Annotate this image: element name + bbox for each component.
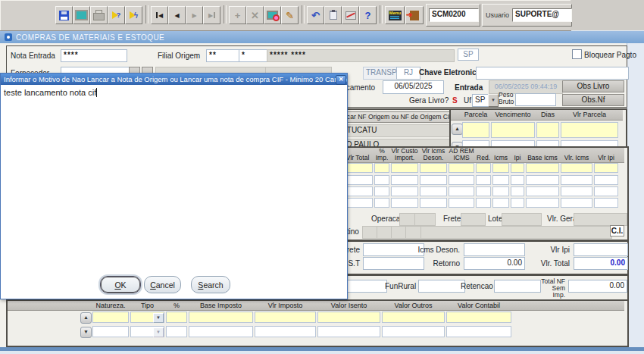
natureza-cell[interactable] bbox=[382, 326, 445, 337]
item-cell[interactable] bbox=[476, 175, 491, 185]
item-cell[interactable] bbox=[594, 198, 618, 208]
lancamento-field[interactable]: 06/05/2025 bbox=[383, 80, 444, 94]
item-cell[interactable] bbox=[511, 186, 524, 196]
uf-dropdown-arrow[interactable]: ▼ bbox=[488, 94, 499, 107]
nf-origem-button[interactable]: ancar NF Origem ou NF de Origem CIF bbox=[338, 111, 455, 123]
parcela-cell[interactable] bbox=[462, 122, 489, 138]
item-cell[interactable] bbox=[526, 186, 559, 196]
item-cell[interactable] bbox=[374, 175, 389, 185]
item-cell[interactable] bbox=[476, 186, 491, 196]
bloquear-pagto-label: Bloquear Pagto bbox=[584, 51, 636, 59]
item-cell[interactable] bbox=[374, 186, 389, 196]
natureza-cell[interactable] bbox=[446, 326, 511, 337]
execute-button[interactable]: ϟ bbox=[125, 6, 142, 24]
parcelas-header: Parcela bbox=[462, 111, 489, 118]
item-cell[interactable] bbox=[492, 186, 509, 196]
item-cell[interactable] bbox=[476, 198, 491, 208]
item-cell[interactable] bbox=[561, 175, 592, 185]
retencao-field[interactable] bbox=[494, 280, 541, 293]
items-header: % Imp. bbox=[374, 148, 389, 161]
item-cell[interactable] bbox=[492, 163, 509, 173]
item-cell[interactable] bbox=[526, 198, 559, 208]
natureza-cell[interactable] bbox=[382, 312, 445, 323]
ok-button[interactable]: OK bbox=[100, 276, 141, 293]
item-cell[interactable] bbox=[449, 198, 474, 208]
edit-button[interactable]: ✎ bbox=[281, 6, 299, 24]
items-header: Ipi bbox=[511, 155, 524, 161]
nota-entrada-field[interactable]: **** bbox=[61, 49, 127, 62]
natureza-cell[interactable] bbox=[446, 312, 511, 323]
item-cell[interactable] bbox=[449, 175, 474, 185]
search-button[interactable]: Search bbox=[191, 276, 230, 293]
gera-livro-label: Gera Livro? bbox=[409, 96, 449, 105]
parcelas-scroll-up[interactable]: ▲ bbox=[452, 124, 463, 135]
item-cell[interactable] bbox=[476, 163, 491, 173]
icms-deson-field[interactable] bbox=[464, 243, 525, 256]
ci-button[interactable]: C.I. bbox=[610, 225, 624, 237]
bottom-status-strip bbox=[0, 347, 644, 351]
item-cell[interactable] bbox=[391, 186, 418, 196]
item-cell[interactable] bbox=[420, 186, 447, 196]
exit-button[interactable] bbox=[405, 6, 424, 24]
item-cell[interactable] bbox=[492, 198, 509, 208]
bloquear-pagto-checkbox[interactable] bbox=[572, 49, 582, 59]
clipboard-button[interactable] bbox=[324, 6, 342, 24]
item-cell[interactable] bbox=[561, 186, 592, 196]
dialog-titlebar: Informar o Motivo de Nao Lancar a Nota d… bbox=[1, 74, 347, 85]
item-cell[interactable] bbox=[391, 163, 418, 173]
parcela-cell[interactable] bbox=[561, 122, 618, 138]
prev-record-button[interactable]: ◀ bbox=[168, 6, 186, 24]
item-cell[interactable] bbox=[594, 175, 618, 185]
item-cell[interactable] bbox=[420, 175, 447, 185]
user-field[interactable]: SUPORTE@ bbox=[512, 8, 572, 22]
item-cell[interactable] bbox=[391, 175, 418, 185]
item-cell[interactable] bbox=[594, 186, 618, 196]
items-header: Base Icms bbox=[526, 155, 559, 161]
item-cell[interactable] bbox=[449, 186, 474, 196]
query-lookup-button[interactable] bbox=[264, 6, 281, 24]
retorno-field[interactable]: 0.00 bbox=[464, 257, 525, 270]
item-cell[interactable] bbox=[374, 163, 389, 173]
item-cell[interactable] bbox=[420, 198, 447, 208]
item-cell[interactable] bbox=[594, 163, 618, 173]
item-cell[interactable] bbox=[561, 198, 592, 208]
item-cell[interactable] bbox=[526, 175, 559, 185]
cancel-button[interactable]: Cancel bbox=[144, 276, 181, 293]
close-icon[interactable]: ✕ bbox=[336, 75, 346, 85]
item-cell[interactable] bbox=[391, 198, 418, 208]
funrural-field[interactable] bbox=[418, 280, 465, 293]
peso-bruto-field[interactable] bbox=[515, 93, 556, 106]
item-cell[interactable] bbox=[492, 175, 509, 185]
item-cell[interactable] bbox=[511, 175, 524, 185]
filial-name-field: ***** **** bbox=[267, 49, 455, 62]
parcela-cell[interactable] bbox=[536, 122, 559, 138]
motivo-textarea[interactable]: teste lancamento nota cif bbox=[2, 86, 346, 340]
execute-query-button[interactable]: ? bbox=[108, 6, 125, 24]
obs-nf-button[interactable]: Obs.Nf bbox=[562, 94, 624, 106]
items-header: Red. bbox=[476, 155, 491, 161]
first-record-button[interactable]: ◀ bbox=[151, 6, 168, 24]
next-record-button: ▶ bbox=[186, 6, 203, 24]
filial-code-field[interactable]: ** bbox=[206, 49, 239, 62]
item-cell[interactable] bbox=[511, 198, 524, 208]
item-cell[interactable] bbox=[561, 163, 592, 173]
save-button[interactable] bbox=[55, 6, 73, 24]
query-lookup-icon bbox=[267, 11, 278, 20]
item-cell[interactable] bbox=[420, 163, 447, 173]
vlr-ipi-field[interactable] bbox=[574, 243, 628, 256]
origem-city1-field: OTUCATU bbox=[338, 124, 458, 137]
cancel-card-button[interactable] bbox=[342, 6, 359, 24]
filial-digit-field[interactable]: * bbox=[239, 49, 267, 62]
item-cell[interactable] bbox=[526, 163, 559, 173]
item-cell[interactable] bbox=[511, 163, 524, 173]
item-cell[interactable] bbox=[374, 198, 389, 208]
item-cell[interactable] bbox=[449, 163, 474, 173]
print-button bbox=[90, 6, 108, 24]
display-button[interactable] bbox=[73, 6, 90, 24]
help-button[interactable]: ? bbox=[359, 6, 377, 24]
chave-eletronica-field[interactable] bbox=[476, 67, 629, 80]
obs-livro-button[interactable]: Obs Livro bbox=[562, 80, 624, 92]
undo-button[interactable]: ↶ bbox=[307, 6, 324, 24]
menu-button[interactable]: Menu bbox=[385, 6, 405, 24]
parcela-cell[interactable] bbox=[491, 122, 535, 138]
